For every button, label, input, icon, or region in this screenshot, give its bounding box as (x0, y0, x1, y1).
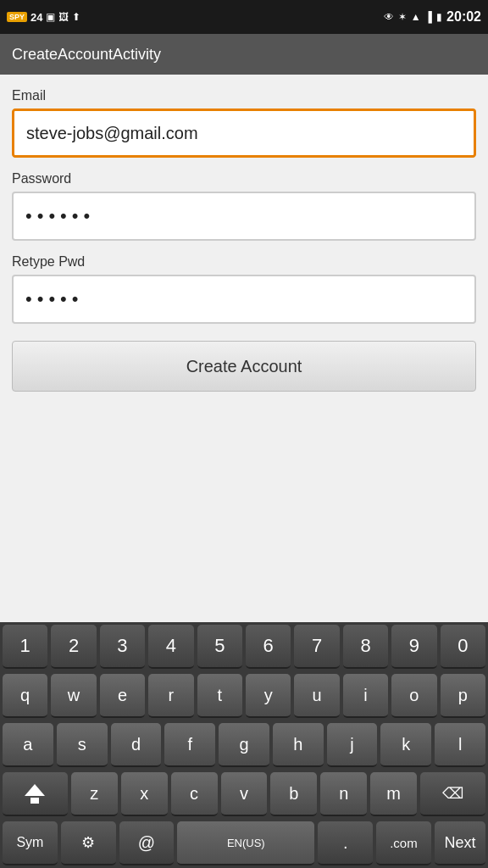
title-bar: CreateAccountActivity (0, 34, 488, 75)
key-0[interactable]: 0 (441, 625, 485, 669)
image-icon: 🖼 (58, 11, 69, 23)
email-input[interactable] (12, 108, 476, 158)
keyboard-asdf-row: a s d f g h j k l (0, 721, 488, 770)
dotcom-key[interactable]: .com (376, 821, 431, 865)
settings-key[interactable]: ⚙ (61, 821, 116, 865)
key-c[interactable]: c (171, 772, 218, 816)
wifi-icon: ▲ (411, 11, 421, 23)
key-q[interactable]: q (3, 674, 47, 718)
key-1[interactable]: 1 (3, 625, 47, 669)
key-4[interactable]: 4 (148, 625, 193, 669)
spy-logo: SPY (7, 12, 27, 22)
page-title: CreateAccountActivity (12, 46, 161, 64)
next-key[interactable]: Next (435, 821, 485, 865)
key-6[interactable]: 6 (246, 625, 291, 669)
key-e[interactable]: e (100, 674, 145, 718)
upload-icon: ⬆ (72, 11, 80, 23)
key-u[interactable]: u (294, 674, 339, 718)
key-z[interactable]: z (71, 772, 118, 816)
key-s[interactable]: s (57, 723, 108, 767)
key-b[interactable]: b (270, 772, 317, 816)
status-time: 20:02 (446, 9, 481, 25)
key-p[interactable]: p (441, 674, 485, 718)
keyboard-zxcv-row: z x c v b n m ⌫ (0, 770, 488, 819)
key-x[interactable]: x (121, 772, 168, 816)
delete-key[interactable]: ⌫ (420, 772, 485, 816)
key-n[interactable]: n (320, 772, 367, 816)
key-w[interactable]: w (51, 674, 96, 718)
keyboard-bottom-row: Sym ⚙ @ EN(US) . .com Next (0, 819, 488, 868)
eye-icon: 👁 (384, 11, 394, 23)
key-a[interactable]: a (3, 723, 53, 767)
key-v[interactable]: v (221, 772, 268, 816)
password-label: Password (12, 171, 476, 186)
key-f[interactable]: f (164, 723, 215, 767)
retype-pwd-input[interactable] (12, 275, 476, 324)
key-d[interactable]: d (111, 723, 162, 767)
create-account-button[interactable]: Create Account (12, 341, 476, 392)
key-g[interactable]: g (219, 723, 269, 767)
key-8[interactable]: 8 (343, 625, 388, 669)
battery-icon: ▮ (436, 11, 442, 23)
key-o[interactable]: o (391, 674, 436, 718)
shift-icon (25, 784, 45, 804)
bluetooth-icon: ✶ (398, 11, 407, 23)
period-key[interactable]: . (318, 821, 373, 865)
key-l[interactable]: l (435, 723, 485, 767)
form-area: Email Password Retype Pwd Create Account (0, 75, 488, 400)
key-2[interactable]: 2 (51, 625, 96, 669)
status-bar: SPY 24 ▣ 🖼 ⬆ 👁 ✶ ▲ ▐ ▮ 20:02 (0, 0, 488, 34)
email-label: Email (12, 88, 476, 103)
signal-icon: ▐ (425, 11, 433, 23)
sym-key[interactable]: Sym (3, 821, 58, 865)
status-left: SPY 24 ▣ 🖼 ⬆ (7, 11, 80, 24)
key-r[interactable]: r (148, 674, 193, 718)
at-key[interactable]: @ (119, 821, 175, 865)
key-j[interactable]: j (327, 723, 378, 767)
key-5[interactable]: 5 (197, 625, 242, 669)
keyboard: 1 2 3 4 5 6 7 8 9 0 q w e r t y u i o p … (0, 622, 488, 868)
space-key[interactable]: EN(US) (177, 821, 314, 865)
notification-icon: ▣ (46, 11, 55, 23)
key-7[interactable]: 7 (294, 625, 339, 669)
key-3[interactable]: 3 (100, 625, 145, 669)
key-h[interactable]: h (273, 723, 324, 767)
key-m[interactable]: m (370, 772, 417, 816)
delete-icon: ⌫ (442, 784, 463, 803)
status-number: 24 (30, 11, 42, 24)
key-t[interactable]: t (197, 674, 242, 718)
key-i[interactable]: i (343, 674, 388, 718)
shift-key[interactable] (3, 772, 68, 816)
status-right: 👁 ✶ ▲ ▐ ▮ 20:02 (384, 9, 481, 25)
password-input[interactable] (12, 192, 476, 241)
keyboard-number-row: 1 2 3 4 5 6 7 8 9 0 (0, 622, 488, 671)
keyboard-qwerty-row: q w e r t y u i o p (0, 671, 488, 721)
key-9[interactable]: 9 (391, 625, 436, 669)
retype-pwd-label: Retype Pwd (12, 254, 476, 270)
key-k[interactable]: k (380, 723, 431, 767)
key-y[interactable]: y (246, 674, 291, 718)
